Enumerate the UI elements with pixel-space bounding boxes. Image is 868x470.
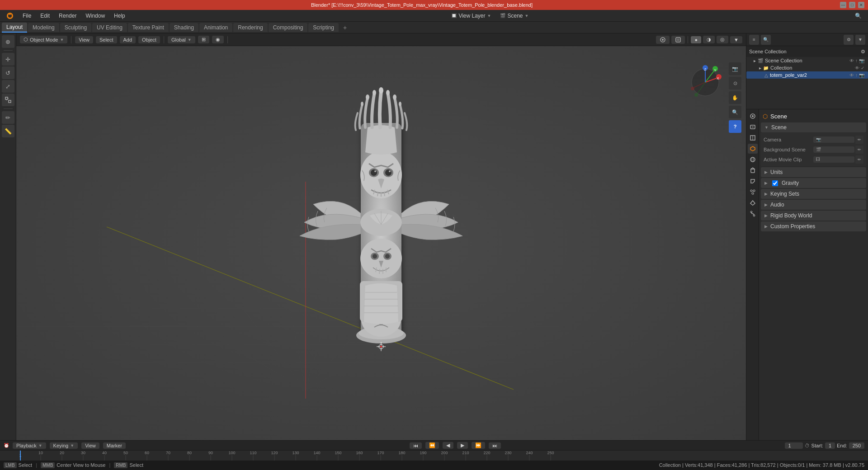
overlay-btn[interactable] (656, 36, 670, 44)
current-frame-input[interactable]: 1 (785, 442, 803, 449)
rotate-tool[interactable]: ↺ (2, 66, 14, 79)
menu-file[interactable]: File (19, 12, 35, 20)
bg-scene-value[interactable]: 🎬 (813, 146, 854, 153)
next-keyframe-btn[interactable]: ⏩ (472, 442, 485, 449)
keying-sets-header[interactable]: ▶ Keying Sets (761, 189, 866, 199)
viewport-gizmo[interactable]: X Y Z (687, 64, 723, 100)
outliner-item-totem[interactable]: △ totem_pole_var2 👁 ↑ 📷 (746, 71, 868, 79)
camera-value[interactable]: 📷 (813, 136, 854, 143)
menu-render[interactable]: Render (55, 12, 80, 20)
zoom-btn[interactable]: 🔍 (729, 106, 741, 118)
prop-icon-world[interactable] (748, 155, 758, 164)
material-shading[interactable]: ◑ (703, 36, 715, 43)
units-section-header[interactable]: ▶ Units (761, 167, 866, 177)
prop-icon-constraints[interactable] (748, 209, 758, 219)
pan-btn[interactable]: ✋ (729, 91, 741, 104)
transform-tool[interactable] (2, 94, 14, 106)
prev-keyframe-btn[interactable]: ⏪ (425, 442, 439, 449)
object-menu[interactable]: Object (138, 36, 160, 43)
camera-edit-btn[interactable]: ✏ (855, 136, 863, 144)
shading-options[interactable]: ▼ (730, 36, 742, 43)
col-visibility-icon[interactable]: 👁 (855, 66, 859, 70)
help-btn[interactable]: ? (729, 120, 741, 133)
rendered-shading[interactable]: ◎ (717, 36, 728, 43)
view-menu-timeline[interactable]: View (81, 442, 99, 449)
view-menu[interactable]: View (75, 36, 93, 43)
menu-edit[interactable]: Edit (37, 12, 53, 20)
keying-menu[interactable]: Keying ▼ (50, 442, 78, 449)
prop-icon-output[interactable] (748, 122, 758, 132)
totem-visibility-icon[interactable]: 👁 (849, 73, 854, 78)
prop-icon-object[interactable] (748, 165, 758, 175)
annotate-tool[interactable]: ✏ (2, 111, 14, 124)
global-dropdown[interactable]: Global ▼ (168, 36, 195, 43)
prop-icon-viewlayer[interactable] (748, 133, 758, 143)
outliner-filter-btn[interactable]: ⚙ (861, 49, 865, 55)
panel-settings-btn[interactable]: ▼ (855, 35, 865, 45)
marker-menu[interactable]: Marker (103, 442, 126, 449)
menu-blender[interactable] (3, 11, 17, 20)
close-button[interactable]: ✕ (858, 2, 864, 8)
jump-start-btn[interactable]: ⏮ (410, 442, 422, 449)
prop-icon-particles[interactable] (748, 187, 758, 197)
tab-scripting[interactable]: Scripting (308, 23, 339, 32)
minimize-button[interactable]: — (840, 2, 846, 8)
audio-section-header[interactable]: ▶ Audio (761, 200, 866, 210)
camera-view-btn[interactable]: 📷 (729, 62, 741, 75)
proportional-btn[interactable]: ◉ (212, 36, 224, 43)
select-icon[interactable]: ↑ (855, 58, 858, 63)
menu-window[interactable]: Window (82, 12, 108, 20)
gravity-checkbox[interactable] (772, 180, 778, 186)
rigid-body-header[interactable]: ▶ Rigid Body World (761, 211, 866, 221)
jump-end-btn[interactable]: ⏭ (489, 442, 501, 449)
move-tool[interactable]: ✛ (2, 53, 14, 66)
tab-shading[interactable]: Shading (170, 23, 198, 32)
play-btn[interactable]: ▶ (457, 442, 468, 449)
custom-properties-header[interactable]: ▶ Custom Properties (761, 221, 866, 231)
maximize-button[interactable]: □ (849, 2, 855, 8)
snap-btn[interactable]: ⊞ (198, 36, 209, 43)
col-exclude-icon[interactable]: ✓ (861, 66, 864, 70)
gravity-section-header[interactable]: ▶ Gravity (761, 178, 866, 188)
prop-icon-physics[interactable] (748, 198, 758, 208)
frame-end-input[interactable]: 250 (849, 442, 864, 449)
totem-select-icon[interactable]: ↑ (855, 73, 858, 78)
prop-icon-scene[interactable] (748, 144, 758, 154)
prop-icon-render[interactable] (748, 111, 758, 121)
outliner-item-scene-collection[interactable]: ▸ 🎬 Scene Collection 👁 ↑ 📷 (746, 57, 868, 64)
visibility-icon[interactable]: 👁 (849, 58, 854, 63)
playback-menu[interactable]: Playback ▼ (13, 442, 46, 449)
render-icon[interactable]: 📷 (859, 58, 864, 63)
engine-dropdown[interactable]: 🔲 View Layer ▼ (448, 12, 495, 20)
bg-scene-edit-btn[interactable]: ✏ (855, 146, 863, 154)
tab-compositing[interactable]: Compositing (269, 23, 308, 32)
frame-start-input[interactable]: 1 (825, 442, 835, 449)
cursor-tool[interactable]: ⊕ (2, 35, 14, 48)
outliner-item-collection[interactable]: ▸ 📁 Collection 👁 ✓ (746, 64, 868, 71)
scene-dropdown[interactable]: 🎬 Scene ▼ (496, 12, 532, 20)
prop-icon-modifier[interactable] (748, 176, 758, 186)
scale-tool[interactable]: ⤢ (2, 80, 14, 93)
viewport[interactable]: ⬡ Object Mode ▼ View Select Add Object G… (16, 33, 746, 440)
solid-shading[interactable]: ● (691, 36, 701, 43)
tab-modeling[interactable]: Modeling (28, 23, 59, 32)
viewport-canvas[interactable]: X Y Z 📷 ⊙ (16, 46, 746, 440)
xray-btn[interactable] (671, 36, 685, 44)
tab-animation[interactable]: Animation (199, 23, 232, 32)
measure-tool[interactable]: 📏 (2, 125, 14, 137)
select-menu[interactable]: Select (96, 36, 117, 43)
tab-texture-paint[interactable]: Texture Paint (128, 23, 169, 32)
scene-section-header[interactable]: ▼ Scene (761, 122, 866, 132)
panel-toggle-btn[interactable]: ≡ (749, 35, 759, 45)
panel-filter-btn[interactable]: ⚙ (844, 35, 854, 45)
menu-help[interactable]: Help (110, 12, 129, 20)
movie-clip-value[interactable]: 🎞 (813, 156, 854, 163)
tab-uv-editing[interactable]: UV Editing (92, 23, 127, 32)
timeline-clock-icon[interactable]: ⏰ (4, 443, 9, 448)
tab-rendering[interactable]: Rendering (233, 23, 267, 32)
object-view-btn[interactable]: ⊙ (729, 77, 741, 89)
timeline-ruler-area[interactable]: 1 10 20 30 40 50 60 70 80 90 100 110 120 (0, 451, 868, 461)
add-menu[interactable]: Add (120, 36, 136, 43)
play-reverse-btn[interactable]: ◀ (443, 442, 453, 449)
totem-render-icon[interactable]: 📷 (859, 73, 864, 78)
